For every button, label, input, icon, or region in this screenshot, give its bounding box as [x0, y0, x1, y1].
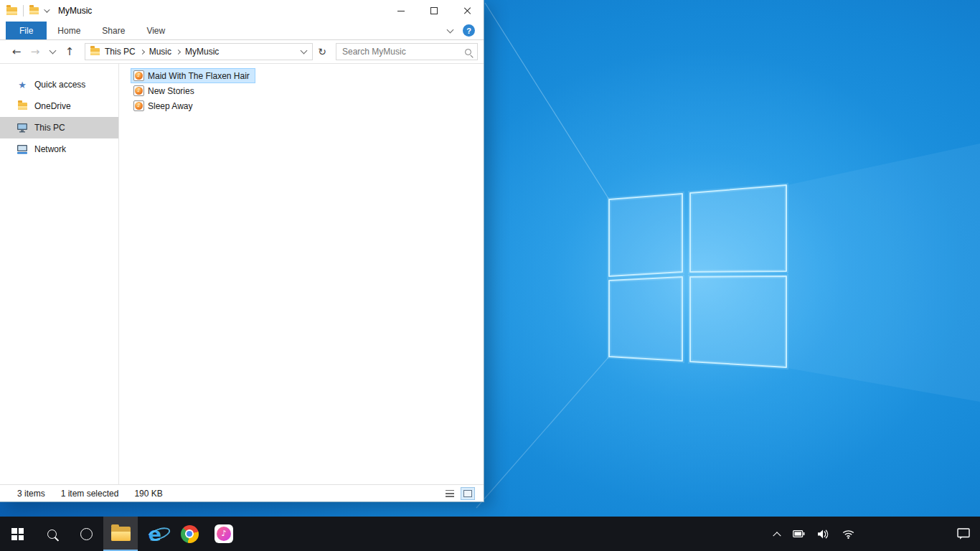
expand-ribbon-chevron-icon[interactable]: [447, 26, 454, 33]
minimize-icon: [397, 11, 405, 11]
taskbar-chrome-button[interactable]: [172, 517, 207, 551]
details-view-button[interactable]: [443, 487, 457, 500]
status-bar: 3 items 1 item selected 190 KB: [0, 484, 484, 501]
tray-show-hidden-icons-button[interactable]: [769, 517, 785, 551]
file-explorer-icon: [111, 527, 131, 541]
onedrive-icon: [18, 103, 27, 110]
tab-file[interactable]: File: [6, 22, 47, 39]
cortana-button[interactable]: [69, 517, 103, 551]
file-row[interactable]: ♪ New Stories: [131, 83, 484, 98]
music-file-icon: ♪: [133, 70, 144, 81]
close-button[interactable]: [451, 0, 484, 22]
large-icons-view-icon: [463, 490, 472, 497]
breadcrumb-this-pc[interactable]: This PC: [100, 44, 141, 60]
tab-home[interactable]: Home: [47, 22, 91, 39]
forward-button[interactable]: →: [26, 45, 44, 58]
sidebar-item-onedrive[interactable]: OneDrive: [0, 95, 118, 117]
sidebar-item-label: This PC: [34, 123, 65, 133]
large-icons-view-button[interactable]: [461, 487, 475, 500]
caption-buttons: [385, 0, 484, 22]
sidebar-item-label: Network: [34, 144, 66, 154]
windows-start-icon: [11, 528, 24, 540]
file-row[interactable]: ♪ Maid With The Flaxen Hair: [131, 68, 484, 83]
taskbar-search-button[interactable]: [34, 517, 69, 551]
back-button[interactable]: ←: [7, 45, 26, 58]
action-center-icon: [957, 528, 970, 540]
sidebar-item-label: OneDrive: [34, 101, 71, 111]
desktop: MyMusic File Home Share View ? ← → ↑: [0, 0, 980, 551]
internet-explorer-icon: e: [149, 524, 161, 544]
search-icon: [47, 529, 57, 539]
sidebar-item-label: Quick access: [34, 80, 85, 90]
itunes-icon: ♪: [215, 524, 233, 543]
help-button[interactable]: ?: [463, 24, 475, 37]
close-icon: [463, 6, 471, 15]
recent-locations-chevron-icon[interactable]: [44, 50, 60, 53]
search-box: [336, 43, 478, 60]
tray-network-button[interactable]: [837, 517, 859, 551]
breadcrumb-mymusic[interactable]: MyMusic: [180, 44, 224, 60]
file-row[interactable]: ♪ Sleep Away: [131, 98, 484, 113]
sidebar-item-network[interactable]: Network: [0, 138, 118, 160]
search-icon[interactable]: [465, 49, 471, 55]
cortana-icon: [80, 528, 93, 540]
tab-share[interactable]: Share: [91, 22, 136, 39]
music-file-icon: ♪: [133, 85, 144, 96]
status-size: 190 KB: [134, 489, 162, 499]
window-title: MyMusic: [58, 6, 92, 16]
network-icon: [17, 144, 28, 154]
volume-icon: [818, 529, 829, 539]
taskbar-itunes-button[interactable]: ♪: [207, 517, 241, 551]
quick-access-star-icon: ★: [18, 80, 27, 90]
file-name: New Stories: [148, 86, 194, 96]
chevron-up-icon: [773, 532, 781, 540]
tray-volume-button[interactable]: [813, 517, 834, 551]
file-explorer-window: MyMusic File Home Share View ? ← → ↑: [0, 0, 484, 502]
chrome-icon: [181, 525, 199, 543]
battery-icon: [793, 530, 805, 537]
status-items-count: 3 items: [17, 489, 45, 499]
sidebar-item-quick-access[interactable]: ★ Quick access: [0, 74, 118, 95]
taskbar: e ♪: [0, 517, 980, 551]
minimize-button[interactable]: [385, 0, 418, 22]
action-center-button[interactable]: [947, 517, 980, 551]
taskbar-internet-explorer-button[interactable]: e: [138, 517, 172, 551]
breadcrumb-music[interactable]: Music: [144, 44, 176, 60]
status-selection: 1 item selected: [61, 489, 119, 499]
maximize-button[interactable]: [418, 0, 451, 22]
tray-battery-button[interactable]: [788, 517, 810, 551]
search-input[interactable]: [342, 47, 461, 57]
up-button[interactable]: ↑: [60, 45, 79, 58]
address-folder-icon: [90, 48, 100, 55]
navigation-pane: ★ Quick access OneDrive: [0, 64, 119, 484]
taskbar-file-explorer-button[interactable]: [103, 517, 138, 551]
file-name: Sleep Away: [148, 101, 193, 111]
address-bar[interactable]: This PC Music MyMusic: [85, 43, 313, 60]
file-list: ♪ Maid With The Flaxen Hair ♪ New Storie…: [119, 64, 484, 484]
refresh-button[interactable]: ↻: [313, 46, 331, 57]
music-file-icon: ♪: [133, 100, 144, 111]
address-dropdown-chevron-icon[interactable]: [296, 44, 312, 60]
maximize-icon: [430, 7, 438, 14]
window-folder-icon: [6, 7, 17, 15]
tab-view[interactable]: View: [136, 22, 176, 39]
file-name: Maid With The Flaxen Hair: [148, 71, 250, 81]
sidebar-item-this-pc[interactable]: This PC: [0, 117, 118, 138]
address-bar-row: ← → ↑ This PC Music MyMusic ↻: [0, 40, 484, 64]
system-tray: [769, 517, 980, 551]
title-bar: MyMusic: [0, 0, 484, 22]
wifi-icon: [842, 529, 854, 539]
explorer-body: ★ Quick access OneDrive: [0, 64, 484, 484]
quick-access-toolbar-icon[interactable]: [29, 7, 39, 14]
divider: [23, 5, 24, 17]
ribbon-tabs: File Home Share View ?: [0, 22, 484, 40]
quick-access-toolbar-chevron-icon[interactable]: [44, 6, 50, 12]
this-pc-icon: [17, 123, 28, 133]
start-button[interactable]: [0, 517, 34, 551]
details-view-icon: [446, 490, 454, 497]
